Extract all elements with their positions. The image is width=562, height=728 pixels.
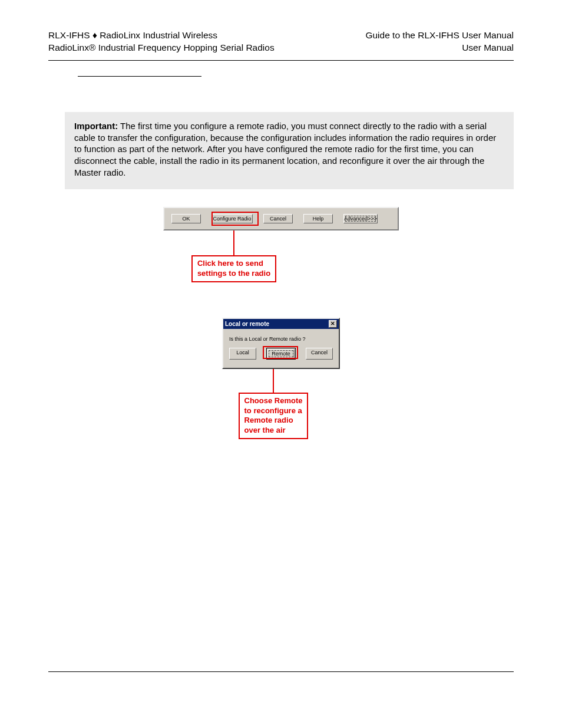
local-or-remote-dialog: Local or remote ✕ Is this a Local or Rem…: [222, 318, 340, 369]
section-underline: [78, 76, 201, 77]
dialog-title: Local or remote: [225, 321, 269, 327]
dialog-question: Is this a Local or Remote radio ?: [229, 336, 333, 342]
callout2-line4: over the air: [244, 426, 303, 436]
remote-button-default-frame: Remote: [266, 348, 296, 360]
dialog-titlebar: Local or remote ✕: [223, 319, 339, 329]
important-text: The first time you configure a remote ra…: [74, 121, 496, 177]
figure-dialog: Local or remote ✕ Is this a Local or Rem…: [48, 318, 514, 440]
callout-connector-2: [273, 369, 274, 393]
callout2-line3: Remote radio: [244, 416, 303, 426]
header-right-line1: Guide to the RLX-IFHS User Manual: [365, 29, 514, 42]
advanced-button[interactable]: Advanced>>>: [343, 214, 378, 223]
important-note-box: Important: The first time you configure …: [65, 112, 514, 189]
callout2-line2: to reconfigure a: [244, 406, 303, 416]
dialog-button-row: Local Remote Cancel: [229, 348, 333, 360]
close-icon[interactable]: ✕: [329, 320, 337, 328]
callout2-line1: Choose Remote: [244, 396, 303, 406]
header-left: RLX-IFHS ♦ RadioLinx Industrial Wireless…: [48, 29, 275, 54]
remote-button[interactable]: Remote: [267, 349, 295, 358]
configure-radio-button[interactable]: Configure Radio: [211, 214, 253, 223]
figure-toolbar: OK Configure Radio Cancel Help Advanced>…: [48, 207, 514, 282]
dialog-cancel-button[interactable]: Cancel: [306, 348, 333, 360]
config-toolbar: OK Configure Radio Cancel Help Advanced>…: [163, 207, 399, 230]
footer-divider: [48, 671, 514, 672]
important-label: Important:: [74, 121, 118, 131]
page-header: RLX-IFHS ♦ RadioLinx Industrial Wireless…: [48, 29, 514, 54]
header-right-line2: User Manual: [365, 42, 514, 54]
callout-connector: [233, 230, 234, 255]
header-left-line1: RLX-IFHS ♦ RadioLinx Industrial Wireless: [48, 29, 275, 42]
help-button[interactable]: Help: [303, 214, 333, 223]
callout1-line2: settings to the radio: [197, 269, 270, 279]
header-left-line2: RadioLinx® Industrial Frequency Hopping …: [48, 42, 275, 54]
header-right: Guide to the RLX-IFHS User Manual User M…: [365, 29, 514, 54]
callout-choose-remote: Choose Remote to reconfigure a Remote ra…: [239, 393, 309, 440]
header-divider: [48, 60, 514, 61]
ok-button[interactable]: OK: [171, 214, 201, 223]
callout-send-settings: Click here to send settings to the radio: [191, 255, 276, 282]
dialog-body: Is this a Local or Remote radio ? Local …: [223, 329, 339, 368]
cancel-button[interactable]: Cancel: [263, 214, 293, 223]
callout1-line1: Click here to send: [197, 259, 270, 269]
local-button[interactable]: Local: [229, 348, 256, 360]
